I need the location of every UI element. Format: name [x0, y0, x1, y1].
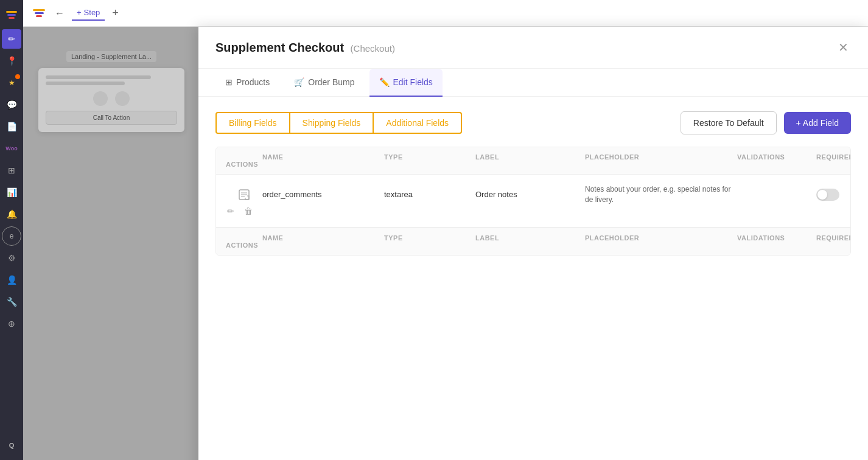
restore-button[interactable]: Restore To Default [681, 111, 777, 134]
sidebar-item-settings[interactable]: ⚙ [2, 248, 21, 268]
topbar-logo [30, 5, 47, 22]
sidebar-item-wrench[interactable]: 🔧 [2, 292, 21, 312]
sidebar-item-woo[interactable]: Woo [2, 139, 21, 158]
field-tab-additional[interactable]: Additional Fields [374, 112, 462, 134]
field-tab-billing[interactable]: Billing Fields [215, 112, 290, 134]
col-required: REQUIRED [816, 153, 851, 161]
col-actions-footer: ACTIONS [226, 242, 262, 249]
col-required-footer: REQUIRED [816, 234, 851, 242]
sidebar-item-edit[interactable]: ✏ [2, 29, 21, 49]
sidebar-item-grid[interactable]: ⊞ [2, 161, 21, 180]
modal-header: Supplement Checkout (Checkout) ✕ [198, 27, 868, 69]
col-icon [226, 153, 262, 161]
add-step-button[interactable]: + [110, 4, 121, 22]
modal-body: Billing Fields Shipping Fields Additiona… [198, 97, 868, 460]
fields-table: NAME TYPE LABEL PLACEHOLDER VALIDATIONS … [215, 147, 851, 256]
sidebar-item-star[interactable]: ★ [2, 73, 21, 92]
step-button[interactable]: + Step [72, 5, 105, 21]
col-type-footer: TYPE [384, 234, 475, 242]
row-label: Order notes [475, 190, 585, 199]
tab-edit-fields[interactable]: ✏️ Edit Fields [369, 69, 443, 97]
step-label: Step [84, 8, 100, 17]
col-label: LABEL [475, 153, 585, 161]
col-validations-footer: VALIDATIONS [737, 234, 816, 242]
sidebar-logo [2, 5, 21, 24]
row-name: order_comments [262, 190, 384, 199]
col-name: NAME [262, 153, 384, 161]
row-placeholder: Notes about your order, e.g. special not… [585, 184, 737, 205]
field-tab-shipping[interactable]: Shipping Fields [290, 112, 374, 134]
sidebar: ✏ 📍 ★ 💬 📄 Woo ⊞ 📊 🔔 e ⚙ 👤 🔧 ⊕ Q [0, 0, 23, 460]
col-placeholder: PLACEHOLDER [585, 153, 737, 161]
col-icon-footer [226, 234, 262, 242]
tab-products[interactable]: ⊞ Products [215, 69, 279, 97]
modal-title-area: Supplement Checkout (Checkout) [215, 41, 395, 55]
sidebar-item-plus-circle[interactable]: ⊕ [2, 314, 21, 333]
modal-subtitle: (Checkout) [351, 43, 395, 54]
sidebar-item-chat[interactable]: 💬 [2, 95, 21, 114]
sidebar-item-q[interactable]: Q [2, 436, 21, 455]
table-row: order_comments textarea Order notes Note… [216, 175, 850, 228]
sidebar-item-circle[interactable]: e [2, 226, 21, 246]
field-tabs-row: Billing Fields Shipping Fields Additiona… [215, 111, 851, 134]
tab-order-bump[interactable]: 🛒 Order Bump [284, 69, 364, 97]
modal-close-button[interactable]: ✕ [836, 38, 851, 57]
sidebar-item-user[interactable]: 👤 [2, 270, 21, 290]
field-tab-actions: Restore To Default + Add Field [681, 111, 851, 134]
modal-title: Supplement Checkout [215, 41, 344, 54]
col-label-footer: LABEL [475, 234, 585, 242]
edit-action-button[interactable]: ✏ [226, 205, 236, 217]
table-header: NAME TYPE LABEL PLACEHOLDER VALIDATIONS … [216, 147, 850, 175]
step-plus-icon: + [77, 8, 82, 17]
topbar: ← + Step + [23, 0, 868, 27]
canvas-area: Landing - Supplement La... Call To Actio… [23, 27, 868, 460]
back-button[interactable]: ← [52, 5, 67, 21]
modal: Supplement Checkout (Checkout) ✕ ⊞ Produ… [198, 27, 868, 460]
field-tabs: Billing Fields Shipping Fields Additiona… [215, 112, 462, 134]
row-required[interactable] [816, 189, 851, 201]
tab-edit-fields-label: Edit Fields [393, 77, 433, 87]
modal-overlay: Supplement Checkout (Checkout) ✕ ⊞ Produ… [23, 27, 868, 460]
pencil-icon: ✏️ [379, 77, 390, 87]
table-footer-header: NAME TYPE LABEL PLACEHOLDER VALIDATIONS … [216, 228, 850, 255]
row-type: textarea [384, 190, 475, 199]
col-validations: VALIDATIONS [737, 153, 816, 161]
modal-tabs: ⊞ Products 🛒 Order Bump ✏️ Edit Fields [198, 69, 868, 97]
cart-icon: 🛒 [294, 77, 304, 87]
tab-order-bump-label: Order Bump [308, 77, 354, 87]
sidebar-item-chart[interactable]: 📊 [2, 183, 21, 202]
tab-products-label: Products [236, 77, 270, 87]
required-toggle[interactable] [816, 189, 839, 201]
delete-action-button[interactable]: 🗑 [243, 205, 254, 217]
sidebar-item-pin[interactable]: 📍 [2, 51, 21, 71]
col-type: TYPE [384, 153, 475, 161]
add-field-button[interactable]: + Add Field [784, 112, 851, 134]
col-placeholder-footer: PLACEHOLDER [585, 234, 737, 242]
sidebar-item-bell[interactable]: 🔔 [2, 204, 21, 224]
sidebar-item-doc[interactable]: 📄 [2, 117, 21, 136]
row-icon [226, 189, 262, 201]
col-actions: ACTIONS [226, 161, 262, 168]
col-name-footer: NAME [262, 234, 384, 242]
products-icon: ⊞ [225, 77, 233, 87]
row-actions: ✏ 🗑 [226, 205, 262, 217]
main-area: ← + Step + Landing - Supplement La... [23, 0, 868, 460]
